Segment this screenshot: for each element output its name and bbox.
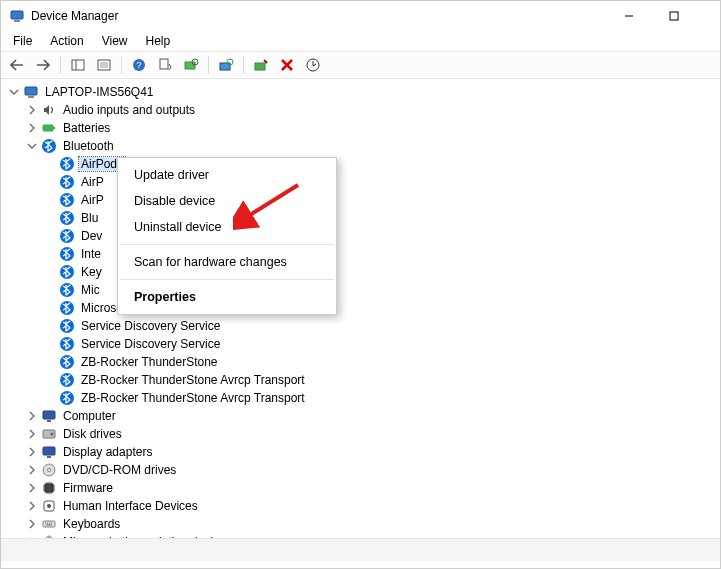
app-icon [9,8,25,24]
bluetooth-icon [59,300,75,316]
bluetooth-icon [59,210,75,226]
node-label: Service Discovery Service [79,337,222,351]
menu-view[interactable]: View [94,33,136,49]
category-firmware[interactable]: Firmware [25,479,720,497]
menu-file[interactable]: File [5,33,40,49]
minimize-button[interactable] [606,1,651,31]
node-label: Audio inputs and outputs [61,103,197,117]
ctx-properties[interactable]: Properties [118,284,336,310]
bluetooth-icon [59,192,75,208]
node-label: AirP [79,193,106,207]
toolbar-separator [208,56,209,74]
device-tree[interactable]: LAPTOP-IMS56Q41 Audio inputs and outputs… [1,79,720,539]
category-computer[interactable]: Computer [25,407,720,425]
expander-icon[interactable] [25,121,39,135]
context-menu: Update driver Disable device Uninstall d… [117,157,337,315]
node-label: Display adapters [61,445,154,459]
bluetooth-icon [59,282,75,298]
close-button[interactable] [696,1,716,31]
ctx-separator [120,244,334,245]
keyboard-icon [41,516,57,532]
node-label: Blu [79,211,100,225]
speaker-icon [41,102,57,118]
expander-icon[interactable] [25,517,39,531]
node-label: Human Interface Devices [61,499,200,513]
back-button[interactable] [5,54,29,76]
category-dvd[interactable]: DVD/CD-ROM drives [25,461,720,479]
device-item[interactable]: ·ZB-Rocker ThunderStone Avrcp Transport [43,389,720,407]
expander-icon[interactable] [25,463,39,477]
expander-icon[interactable] [7,85,21,99]
node-label: ZB-Rocker ThunderStone [79,355,220,369]
node-label: Inte [79,247,103,261]
monitor-icon [41,408,57,424]
hid-icon [41,498,57,514]
ctx-update-driver[interactable]: Update driver [118,162,336,188]
bluetooth-icon [41,138,57,154]
svg-rect-29 [255,63,265,70]
node-label: Key [79,265,104,279]
category-mice[interactable]: Mice and other pointing devices [25,533,720,539]
bluetooth-icon [59,228,75,244]
svg-rect-18 [670,12,678,20]
node-label: AirP [79,175,106,189]
bluetooth-icon [59,390,75,406]
ctx-scan-hardware[interactable]: Scan for hardware changes [118,249,336,275]
category-display[interactable]: Display adapters [25,443,720,461]
category-disk[interactable]: Disk drives [25,425,720,443]
category-batteries[interactable]: Batteries [25,119,720,137]
update-driver-button[interactable] [214,54,238,76]
node-label: DVD/CD-ROM drives [61,463,178,477]
node-label: Computer [61,409,118,423]
uninstall-device-button[interactable] [275,54,299,76]
disable-device-button[interactable] [249,54,273,76]
menu-action[interactable]: Action [42,33,91,49]
expander-icon[interactable] [25,103,39,117]
category-hid[interactable]: Human Interface Devices [25,497,720,515]
device-item[interactable]: ·Service Discovery Service [43,335,720,353]
computer-icon [23,84,39,100]
node-label: LAPTOP-IMS56Q41 [43,85,156,99]
expander-icon[interactable] [25,481,39,495]
expander-icon[interactable] [25,535,39,539]
bluetooth-icon [59,246,75,262]
maximize-button[interactable] [651,1,696,31]
toolbar-separator [60,56,61,74]
forward-button[interactable] [31,54,55,76]
category-keyboards[interactable]: Keyboards [25,515,720,533]
ctx-separator [120,279,334,280]
expander-icon[interactable] [25,499,39,513]
toolbar: ? [1,51,720,79]
action-menu-button[interactable] [153,54,177,76]
bluetooth-icon [59,372,75,388]
window-title: Device Manager [31,9,606,23]
root-node[interactable]: LAPTOP-IMS56Q41 [7,83,720,101]
toolbar-separator [243,56,244,74]
node-label: Mic [79,283,102,297]
node-label: Service Discovery Service [79,319,222,333]
properties-button[interactable] [92,54,116,76]
help-button[interactable]: ? [127,54,151,76]
svg-rect-25 [185,62,195,69]
expander-icon[interactable] [25,427,39,441]
show-hide-tree-button[interactable] [66,54,90,76]
device-item[interactable]: ·ZB-Rocker ThunderStone Avrcp Transport [43,371,720,389]
node-label: Batteries [61,121,112,135]
node-label: ZB-Rocker ThunderStone Avrcp Transport [79,391,307,405]
expander-icon[interactable] [25,409,39,423]
svg-rect-24 [160,59,168,69]
expander-icon[interactable] [25,139,39,153]
ctx-disable-device[interactable]: Disable device [118,188,336,214]
device-item[interactable]: ·ZB-Rocker ThunderStone [43,353,720,371]
scan-hardware-button[interactable] [179,54,203,76]
expander-icon[interactable] [25,445,39,459]
menu-help[interactable]: Help [138,33,179,49]
category-audio[interactable]: Audio inputs and outputs [25,101,720,119]
device-item[interactable]: ·Service Discovery Service [43,317,720,335]
category-bluetooth[interactable]: Bluetooth [25,137,720,155]
ctx-uninstall-device[interactable]: Uninstall device [118,214,336,240]
toolbar-separator [121,56,122,74]
node-label: Dev [79,229,104,243]
disk-icon [41,426,57,442]
add-legacy-button[interactable] [301,54,325,76]
